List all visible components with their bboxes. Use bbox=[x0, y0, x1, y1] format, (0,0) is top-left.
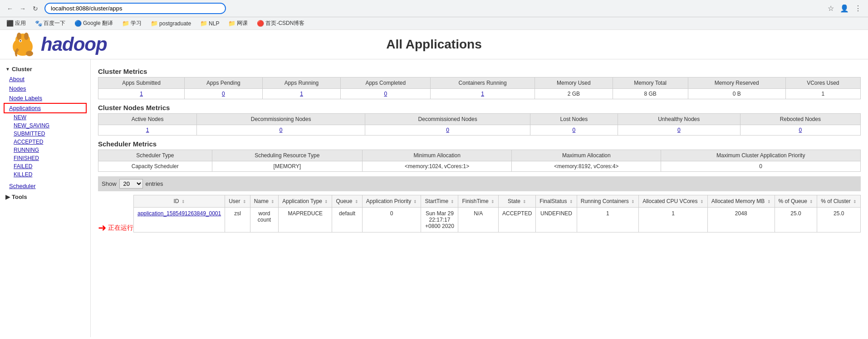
col-memory-total: Memory Total bbox=[613, 77, 688, 89]
cell-start-time: Sun Mar 29 22:17:17 +0800 2020 bbox=[421, 208, 458, 232]
sidebar-item-applications[interactable]: Applications bbox=[4, 103, 87, 113]
bookmark-study[interactable]: 📁 学习 bbox=[120, 19, 143, 28]
rebooted-nodes-link[interactable]: 0 bbox=[799, 127, 802, 133]
sort-containers-icon: ⇕ bbox=[631, 199, 635, 204]
apps-submitted-link[interactable]: 1 bbox=[140, 91, 143, 97]
sidebar-item-failed[interactable]: FAILED bbox=[0, 162, 90, 170]
page-header: hadoop All Applications bbox=[0, 30, 868, 59]
sidebar-item-about[interactable]: About bbox=[0, 74, 90, 84]
th-pct-cluster[interactable]: % of Cluster ⇕ bbox=[817, 195, 861, 208]
col-rebooted-nodes: Rebooted Nodes bbox=[740, 114, 860, 125]
bookmark-online-course[interactable]: 📁 网课 bbox=[226, 19, 250, 28]
bookmark-google-translate[interactable]: 🔵 Google 翻译 bbox=[73, 19, 115, 28]
val-lost-nodes: 0 bbox=[530, 125, 618, 136]
applications-table: ID ⇕ User ⇕ Name ⇕ Application Type ⇕ Qu… bbox=[133, 195, 861, 232]
cell-name: word count bbox=[250, 208, 278, 232]
cluster-nodes-table: Active Nodes Decommissioning Nodes Decom… bbox=[98, 113, 861, 136]
sidebar-tools-label: Tools bbox=[12, 194, 27, 200]
th-id[interactable]: ID ⇕ bbox=[134, 195, 225, 208]
running-annotation: ➜ 正在运行 bbox=[98, 222, 133, 234]
sort-final-icon: ⇕ bbox=[569, 199, 573, 204]
col-lost-nodes: Lost Nodes bbox=[530, 114, 618, 125]
sidebar-item-submitted[interactable]: SUBMITTED bbox=[0, 130, 90, 138]
val-unhealthy-nodes: 0 bbox=[618, 125, 740, 136]
forward-button[interactable]: → bbox=[17, 3, 28, 14]
th-user[interactable]: User ⇕ bbox=[225, 195, 250, 208]
sidebar-item-node-labels[interactable]: Node Labels bbox=[0, 93, 90, 103]
val-rebooted-nodes: 0 bbox=[740, 125, 860, 136]
th-running-containers[interactable]: Running Containers ⇕ bbox=[577, 195, 638, 208]
sidebar-cluster-label: Cluster bbox=[12, 66, 32, 73]
cluster-nodes-metrics-title: Cluster Nodes Metrics bbox=[98, 104, 861, 111]
sort-finish-icon: ⇕ bbox=[491, 199, 495, 204]
col-apps-completed: Apps Completed bbox=[341, 77, 431, 89]
sidebar-item-new-saving[interactable]: NEW_SAVING bbox=[0, 121, 90, 130]
bookmark-nlp[interactable]: 📁 NLP bbox=[198, 19, 221, 28]
page-wrapper: hadoop All Applications ▼ Cluster About … bbox=[0, 30, 868, 337]
sidebar-item-scheduler[interactable]: Scheduler bbox=[0, 181, 90, 191]
active-nodes-link[interactable]: 1 bbox=[146, 127, 149, 133]
sidebar-item-killed[interactable]: KILLED bbox=[0, 170, 90, 179]
bookmark-apps[interactable]: ⬛ 应用 bbox=[5, 19, 28, 28]
col-unhealthy-nodes: Unhealthy Nodes bbox=[618, 114, 740, 125]
col-max-allocation: Maximum Allocation bbox=[512, 150, 661, 161]
val-apps-completed: 0 bbox=[341, 89, 431, 99]
col-apps-submitted: Apps Submitted bbox=[98, 77, 185, 89]
th-finish-time[interactable]: FinishTime ⇕ bbox=[458, 195, 499, 208]
sidebar: ▼ Cluster About Nodes Node Labels Applic… bbox=[0, 59, 91, 337]
bookmark-google-label: Google 翻译 bbox=[83, 19, 113, 27]
sort-id-icon: ⇕ bbox=[181, 199, 185, 204]
browser-nav[interactable]: ← → ↻ bbox=[5, 3, 41, 14]
bookmark-star-icon[interactable]: ☆ bbox=[825, 3, 836, 14]
profile-icon[interactable]: 👤 bbox=[839, 3, 850, 14]
col-vcores: VCores Used bbox=[785, 77, 860, 89]
col-active-nodes: Active Nodes bbox=[98, 114, 197, 125]
containers-running-link[interactable]: 1 bbox=[481, 91, 484, 97]
th-allocated-memory[interactable]: Allocated Memory MB ⇕ bbox=[707, 195, 775, 208]
lost-nodes-link[interactable]: 0 bbox=[573, 127, 576, 133]
th-allocated-cpu[interactable]: Allocated CPU VCores ⇕ bbox=[639, 195, 708, 208]
menu-icon[interactable]: ⋮ bbox=[853, 3, 863, 14]
col-decommissioned-nodes: Decommissioned Nodes bbox=[365, 114, 530, 125]
th-start-time[interactable]: StartTime ⇕ bbox=[421, 195, 458, 208]
sidebar-tools-section[interactable]: ▶ Tools bbox=[0, 191, 90, 203]
sidebar-cluster-title[interactable]: ▼ Cluster bbox=[0, 64, 90, 74]
cell-app-type: MAPREDUCE bbox=[279, 208, 332, 232]
th-app-type[interactable]: Application Type ⇕ bbox=[279, 195, 332, 208]
bookmark-postgraduate[interactable]: 📁 postgraduate bbox=[149, 19, 193, 28]
sort-type-icon: ⇕ bbox=[324, 199, 328, 204]
apps-completed-link[interactable]: 0 bbox=[384, 91, 387, 97]
address-bar[interactable] bbox=[44, 3, 226, 14]
th-final-status[interactable]: FinalStatus ⇕ bbox=[536, 195, 577, 208]
annotation-container: ➜ 正在运行 bbox=[98, 195, 133, 234]
entries-select[interactable]: 10 20 25 50 100 bbox=[119, 179, 143, 189]
decommissioning-link[interactable]: 0 bbox=[280, 127, 283, 133]
th-pct-queue[interactable]: % of Queue ⇕ bbox=[775, 195, 817, 208]
app-id-link[interactable]: application_1585491263849_0001 bbox=[137, 210, 221, 217]
sidebar-item-accepted[interactable]: ACCEPTED bbox=[0, 138, 90, 146]
scheduler-metrics-table: Scheduler Type Scheduling Resource Type … bbox=[98, 150, 861, 172]
col-decommissioning-nodes: Decommissioning Nodes bbox=[197, 114, 365, 125]
back-button[interactable]: ← bbox=[5, 3, 15, 14]
bookmark-csdn[interactable]: 🔴 首页-CSDN博客 bbox=[255, 19, 306, 28]
apps-grid-icon: ⬛ bbox=[6, 20, 14, 27]
apps-pending-link[interactable]: 0 bbox=[222, 91, 225, 97]
decommissioned-link[interactable]: 0 bbox=[446, 127, 449, 133]
th-state[interactable]: State ⇕ bbox=[499, 195, 536, 208]
val-decommissioned-nodes: 0 bbox=[365, 125, 530, 136]
refresh-button[interactable]: ↻ bbox=[30, 3, 41, 14]
th-priority[interactable]: Application Priority ⇕ bbox=[362, 195, 421, 208]
unhealthy-nodes-link[interactable]: 0 bbox=[677, 127, 681, 133]
bookmark-baidu[interactable]: 🐾 百度一下 bbox=[33, 19, 67, 28]
sidebar-item-running[interactable]: RUNNING bbox=[0, 146, 90, 154]
sidebar-item-nodes[interactable]: Nodes bbox=[0, 84, 90, 93]
val-apps-running: 1 bbox=[262, 89, 341, 99]
sort-pctqueue-icon: ⇕ bbox=[809, 199, 813, 204]
th-name[interactable]: Name ⇕ bbox=[250, 195, 278, 208]
hadoop-elephant-icon bbox=[9, 31, 41, 58]
apps-running-link[interactable]: 1 bbox=[300, 91, 303, 97]
sidebar-item-finished[interactable]: FINISHED bbox=[0, 154, 90, 162]
th-queue[interactable]: Queue ⇕ bbox=[332, 195, 362, 208]
browser-actions: ☆ 👤 ⋮ bbox=[825, 3, 863, 14]
sidebar-item-new[interactable]: NEW bbox=[0, 113, 90, 121]
